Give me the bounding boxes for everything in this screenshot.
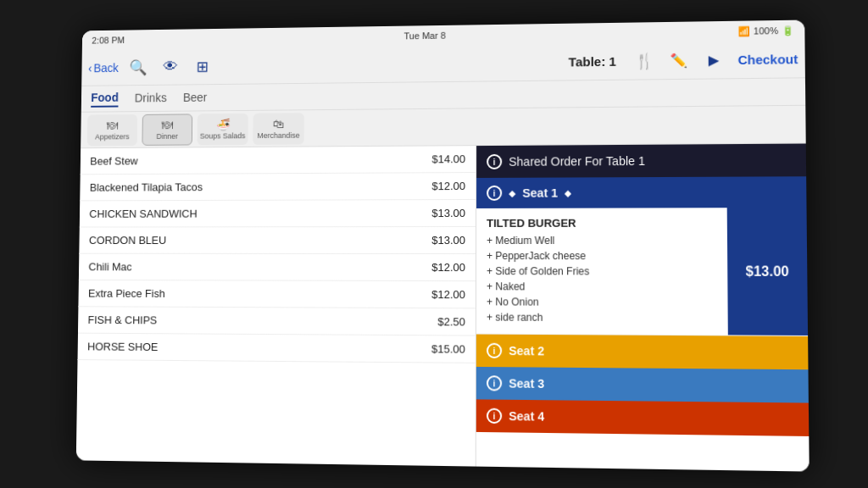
search-icon: 🔍 bbox=[129, 58, 147, 77]
menu-item[interactable]: CHICKEN SANDWICH $13.00 bbox=[80, 200, 476, 228]
subcat-dinner[interactable]: 🍽 Dinner bbox=[142, 114, 192, 145]
tab-beer[interactable]: Beer bbox=[183, 90, 208, 105]
subcat-dinner-label: Dinner bbox=[156, 132, 178, 141]
filter-icon: 👁 bbox=[163, 58, 177, 76]
menu-item[interactable]: Beef Stew $14.00 bbox=[81, 146, 476, 175]
mod-line: + PepperJack cheese bbox=[487, 248, 717, 263]
status-date: Tue Mar 8 bbox=[404, 30, 446, 42]
status-right: 📶 100% 🔋 bbox=[737, 25, 794, 36]
seat-3-info-icon: i bbox=[487, 375, 502, 391]
mod-line: + Naked bbox=[487, 279, 717, 295]
menu-item[interactable]: Chili Mac $12.00 bbox=[79, 254, 476, 281]
menu-item[interactable]: Extra Piece Fish $12.00 bbox=[78, 280, 476, 308]
menu-item-price: $15.00 bbox=[431, 342, 465, 355]
menu-item[interactable]: FISH & CHIPS $2.50 bbox=[78, 307, 476, 336]
edit-button[interactable]: ✏️ bbox=[665, 47, 693, 75]
menu-item[interactable]: HORSE SHOE $15.00 bbox=[78, 334, 476, 363]
mod-line: + side ranch bbox=[487, 309, 717, 326]
menu-item-name: FISH & CHIPS bbox=[88, 313, 158, 326]
info-icon: i bbox=[487, 154, 502, 169]
shared-order-title: Shared Order For Table 1 bbox=[509, 154, 645, 169]
order-item-block[interactable]: TILTED BURGER + Medium Well + PepperJack… bbox=[476, 208, 808, 336]
back-label: Back bbox=[93, 61, 119, 75]
tab-food[interactable]: Food bbox=[91, 91, 119, 108]
menu-item-price: $13.00 bbox=[431, 234, 465, 247]
seat-3-row[interactable]: i Seat 3 bbox=[476, 367, 809, 403]
order-item-price: $13.00 bbox=[727, 208, 808, 336]
soups-icon: 🍜 bbox=[215, 118, 230, 131]
tablet-frame: 2:08 PM Tue Mar 8 📶 100% 🔋 ‹ Back 🔍 👁 ⊞ … bbox=[76, 20, 810, 472]
send-button[interactable]: ▶ bbox=[699, 47, 727, 75]
table-label: Table: 1 bbox=[569, 54, 616, 69]
sub-category-bar: 🍽 Appetizers 🍽 Dinner 🍜 Soups Salads 🛍 M… bbox=[81, 106, 806, 148]
diamond-right-icon: ◆ bbox=[565, 188, 571, 197]
checkout-button[interactable]: Checkout bbox=[737, 52, 798, 67]
menu-item-price: $12.00 bbox=[431, 261, 465, 274]
status-time: 2:08 PM bbox=[92, 35, 125, 45]
menu-item-name: Blackened Tilapia Tacos bbox=[90, 180, 203, 193]
back-button[interactable]: ‹ Back bbox=[88, 61, 119, 75]
order-item-mods: + Medium Well + PepperJack cheese + Side… bbox=[487, 233, 717, 326]
seat-4-label: Seat 4 bbox=[509, 409, 544, 424]
seat-4-row[interactable]: i Seat 4 bbox=[476, 399, 809, 436]
seat-2-row[interactable]: i Seat 2 bbox=[476, 335, 809, 370]
subcat-merchandise[interactable]: 🛍 Merchandise bbox=[253, 113, 304, 145]
back-chevron-icon: ‹ bbox=[88, 61, 92, 74]
appetizers-icon: 🍽 bbox=[107, 119, 119, 132]
seat-2-label: Seat 2 bbox=[509, 344, 544, 358]
seat-1-info-icon: i bbox=[487, 186, 502, 201]
mod-line: + Side of Golden Fries bbox=[487, 263, 717, 280]
menu-item-price: $14.00 bbox=[431, 152, 465, 165]
main-content: Beef Stew $14.00 Blackened Tilapia Tacos… bbox=[76, 144, 810, 472]
menu-item-name: Extra Piece Fish bbox=[88, 287, 165, 300]
seat-1-label: Seat 1 bbox=[522, 186, 558, 200]
mod-line: + Medium Well bbox=[487, 233, 717, 248]
subcat-soups[interactable]: 🍜 Soups Salads bbox=[198, 113, 248, 145]
menu-list: Beef Stew $14.00 Blackened Tilapia Tacos… bbox=[76, 146, 476, 466]
wifi-icon: 📶 bbox=[737, 25, 750, 36]
subcat-soups-label: Soups Salads bbox=[200, 131, 246, 140]
mod-line: + No Onion bbox=[487, 294, 717, 310]
subcat-merchandise-label: Merchandise bbox=[257, 131, 299, 140]
seat-3-label: Seat 3 bbox=[509, 376, 544, 391]
menu-item[interactable]: Blackened Tilapia Tacos $12.00 bbox=[80, 173, 476, 201]
order-panel: i Shared Order For Table 1 i ◆ Seat 1 ◆ … bbox=[476, 144, 810, 472]
menu-item-name: Beef Stew bbox=[90, 155, 138, 168]
seat-1-header[interactable]: i ◆ Seat 1 ◆ bbox=[476, 176, 806, 208]
menu-item-price: $12.00 bbox=[431, 180, 465, 192]
search-button[interactable]: 🔍 bbox=[125, 54, 151, 80]
diamond-left-icon: ◆ bbox=[509, 188, 515, 197]
menu-item-price: $12.00 bbox=[431, 288, 465, 301]
menu-item[interactable]: CORDON BLEU $13.00 bbox=[79, 227, 476, 254]
subcat-appetizers-label: Appetizers bbox=[95, 132, 130, 141]
order-item-details: TILTED BURGER + Medium Well + PepperJack… bbox=[476, 208, 728, 335]
dinner-icon: 🍽 bbox=[162, 118, 174, 131]
menu-item-price: $2.50 bbox=[437, 315, 465, 328]
menu-item-name: HORSE SHOE bbox=[87, 341, 158, 353]
subcat-appetizers[interactable]: 🍽 Appetizers bbox=[87, 114, 137, 146]
grid-icon: ⊞ bbox=[197, 58, 209, 76]
tab-drinks[interactable]: Drinks bbox=[135, 91, 167, 106]
menu-item-price: $13.00 bbox=[431, 207, 465, 219]
filter-button[interactable]: 👁 bbox=[157, 53, 183, 80]
fork-icon: 🍴 bbox=[634, 52, 654, 70]
battery-level: 100% bbox=[754, 25, 778, 36]
shared-order-header: i Shared Order For Table 1 bbox=[476, 144, 806, 178]
seat-4-info-icon: i bbox=[487, 408, 502, 424]
menu-item-name: Chili Mac bbox=[88, 261, 131, 274]
pencil-icon: ✏️ bbox=[670, 53, 687, 69]
menu-item-name: CHICKEN SANDWICH bbox=[89, 208, 197, 220]
send-icon: ▶ bbox=[708, 52, 718, 68]
seat-2-info-icon: i bbox=[487, 343, 502, 358]
battery-icon: 🔋 bbox=[782, 25, 794, 36]
merchandise-icon: 🛍 bbox=[273, 117, 285, 130]
grid-button[interactable]: ⊞ bbox=[190, 53, 216, 80]
order-item-name: TILTED BURGER bbox=[487, 216, 716, 230]
menu-button[interactable]: 🍴 bbox=[630, 47, 658, 75]
menu-item-name: CORDON BLEU bbox=[89, 234, 166, 247]
